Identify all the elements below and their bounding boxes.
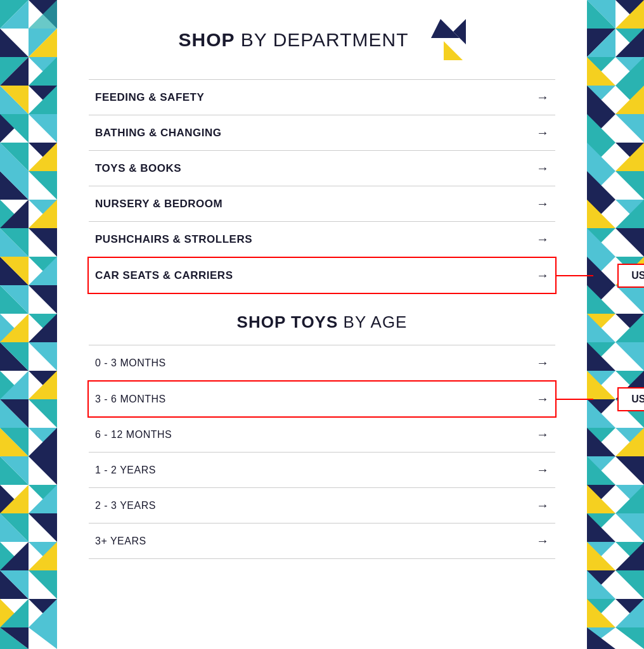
age-item-3plus[interactable]: 3+ YEARS→	[89, 524, 555, 559]
user1-box: USER 1	[617, 264, 644, 288]
dept-item-label-pushchairs: PUSHCHAIRS & STROLLERS	[95, 233, 252, 246]
header: SHOP BY DEPARTMENT	[89, 19, 555, 60]
title-rest: BY DEPARTMENT	[235, 29, 408, 50]
age-list: 0 - 3 MONTHS→3 - 6 MONTHS→USER 26 - 12 M…	[89, 345, 555, 559]
arrow-icon-age-0-3: →	[536, 356, 549, 370]
age-item-2-3[interactable]: 2 - 3 YEARS→	[89, 488, 555, 524]
shop-toys-section: SHOP TOYS BY AGE 0 - 3 MONTHS→3 - 6 MONT…	[89, 312, 555, 559]
svg-marker-59	[29, 456, 57, 485]
svg-marker-164	[453, 19, 466, 44]
svg-marker-52	[29, 399, 57, 428]
dept-item-feeding[interactable]: FEEDING & SAFETY→	[89, 79, 555, 115]
logo-triangles	[418, 19, 466, 60]
arrow-icon-nursery: →	[536, 196, 549, 211]
svg-marker-141	[615, 456, 644, 485]
page-title: SHOP BY DEPARTMENT	[178, 29, 408, 51]
age-item-3-6[interactable]: 3 - 6 MONTHS→USER 2	[87, 380, 557, 418]
arrow-icon-age-3plus: →	[536, 534, 549, 548]
svg-marker-38	[29, 285, 57, 314]
arrow-icon-car-seats: →	[536, 268, 549, 283]
age-item-label-0-3: 0 - 3 MONTHS	[95, 357, 166, 369]
dept-item-label-toys: TOYS & BOOKS	[95, 162, 181, 175]
age-item-label-3-6: 3 - 6 MONTHS	[95, 394, 166, 405]
svg-marker-31	[29, 228, 57, 257]
dept-item-label-bathing: BATHING & CHANGING	[95, 127, 221, 139]
age-item-0-3[interactable]: 0 - 3 MONTHS→	[89, 345, 555, 381]
shop-toys-title: SHOP TOYS BY AGE	[89, 312, 555, 332]
dept-item-label-feeding: FEEDING & SAFETY	[95, 91, 204, 104]
dept-item-car-seats[interactable]: CAR SEATS & CARRIERS→USER 1	[87, 257, 557, 294]
arrow-icon-age-1-2: →	[536, 463, 549, 477]
arrow-icon-bathing: →	[536, 125, 549, 140]
svg-marker-45	[29, 342, 57, 371]
svg-marker-127	[615, 342, 644, 371]
svg-marker-163	[431, 19, 460, 38]
svg-marker-155	[615, 570, 644, 599]
age-item-label-6-12: 6 - 12 MONTHS	[95, 429, 172, 440]
arrow-icon-toys: →	[536, 161, 549, 176]
dept-item-toys[interactable]: TOYS & BOOKS→	[89, 151, 555, 186]
title-bold: SHOP	[178, 29, 235, 50]
age-item-label-2-3: 2 - 3 YEARS	[95, 500, 156, 511]
shop-toys-rest: BY AGE	[338, 312, 407, 331]
arrow-icon-age-3-6: →	[536, 392, 549, 406]
svg-marker-113	[615, 228, 644, 257]
arrow-icon-age-6-12: →	[536, 427, 549, 442]
arrow-icon-pushchairs: →	[536, 232, 549, 247]
dept-item-pushchairs[interactable]: PUSHCHAIRS & STROLLERS→	[89, 222, 555, 257]
dept-item-bathing[interactable]: BATHING & CHANGING→	[89, 115, 555, 151]
dept-item-label-nursery: NURSERY & BEDROOM	[95, 198, 222, 210]
svg-marker-73	[29, 570, 57, 599]
arrow-icon-age-2-3: →	[536, 498, 549, 513]
main-content: SHOP BY DEPARTMENT FEEDING & SAFETY→BATH…	[57, 0, 587, 649]
user2-box: USER 2	[617, 387, 644, 411]
svg-marker-120	[615, 285, 644, 314]
svg-marker-4	[0, 29, 29, 57]
user2-connector	[555, 399, 593, 400]
svg-marker-80	[29, 627, 57, 649]
department-list: FEEDING & SAFETY→BATHING & CHANGING→TOYS…	[89, 79, 555, 294]
svg-marker-17	[29, 114, 57, 143]
svg-marker-106	[615, 171, 644, 200]
age-item-label-1-2: 1 - 2 YEARS	[95, 465, 156, 476]
svg-marker-162	[615, 627, 644, 649]
user1-connector	[555, 275, 593, 276]
age-item-label-3plus: 3+ YEARS	[95, 536, 146, 547]
svg-marker-24	[29, 171, 57, 200]
arrow-icon-feeding: →	[536, 90, 549, 105]
svg-marker-66	[29, 513, 57, 542]
svg-marker-165	[444, 41, 463, 60]
dept-item-nursery[interactable]: NURSERY & BEDROOM→	[89, 186, 555, 222]
svg-marker-99	[615, 114, 644, 143]
age-item-1-2[interactable]: 1 - 2 YEARS→	[89, 453, 555, 488]
dept-item-label-car-seats: CAR SEATS & CARRIERS	[95, 269, 233, 282]
age-item-6-12[interactable]: 6 - 12 MONTHS→	[89, 417, 555, 453]
svg-marker-148	[615, 513, 644, 542]
shop-toys-bold: SHOP TOYS	[237, 312, 338, 331]
